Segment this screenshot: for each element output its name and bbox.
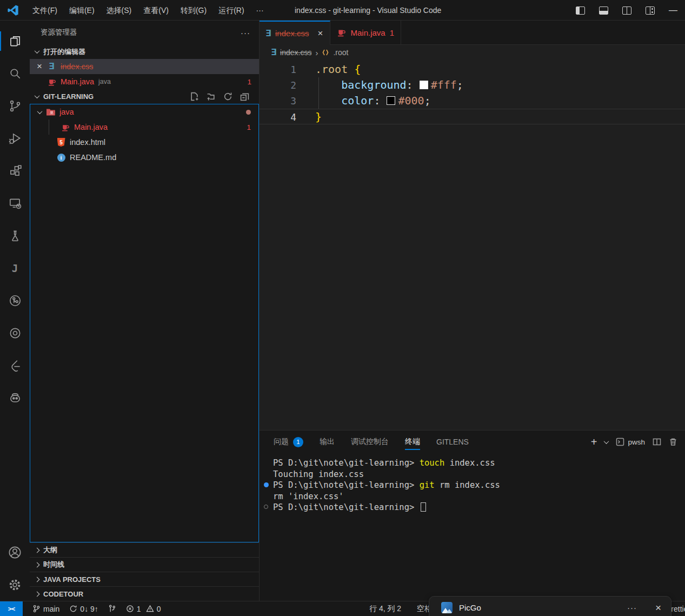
panel-tab-problems[interactable]: 问题 1 xyxy=(274,430,303,453)
toggle-secondary-sidebar-icon[interactable] xyxy=(622,6,631,15)
terminal-instance-pwsh[interactable]: pwsh xyxy=(616,438,645,446)
tab-main-java[interactable]: Main.java 1 xyxy=(330,21,402,44)
refresh-icon[interactable] xyxy=(223,92,232,101)
section-outline[interactable]: 大纲 xyxy=(30,542,259,557)
terminal-line: PS D:\git\note\git-learning> touch index… xyxy=(273,458,685,469)
panel-tab-terminal[interactable]: 终端 xyxy=(405,430,420,453)
tab-index-css[interactable]: Ǝ index.css × xyxy=(260,21,330,45)
breadcrumb-symbol[interactable]: .root xyxy=(333,48,348,57)
panel-tab-debug-console[interactable]: 调试控制台 xyxy=(351,430,389,453)
testing-icon[interactable] xyxy=(0,220,30,252)
title-bar: 文件(F) 编辑(E) 选择(S) 查看(V) 转到(G) 运行(R) ··· … xyxy=(0,0,685,21)
extensions-icon[interactable] xyxy=(0,155,30,187)
close-icon[interactable]: × xyxy=(34,61,45,72)
collapse-all-icon[interactable] xyxy=(240,92,249,101)
run-debug-icon[interactable] xyxy=(0,122,30,155)
toggle-panel-icon[interactable] xyxy=(599,6,608,15)
terminal-prompt-line[interactable]: PS D:\git\note\git-learning> xyxy=(273,502,685,513)
settings-gear-icon[interactable] xyxy=(0,568,30,601)
notification-more-icon[interactable]: ··· xyxy=(627,602,637,613)
css-file-icon: Ǝ xyxy=(265,29,271,38)
workspace-section-header[interactable]: GIT-LEARNING xyxy=(30,89,259,104)
panel-tab-output[interactable]: 输出 xyxy=(320,430,335,453)
minimize-button[interactable]: — xyxy=(669,5,677,15)
chevron-down-icon xyxy=(35,93,40,98)
code-line-4-current: 4 } xyxy=(260,109,685,124)
cursor-position-item[interactable]: 行 4, 列 2 xyxy=(369,601,401,616)
code-line-1: 1 .root { xyxy=(260,62,685,77)
assistant-robot-icon[interactable] xyxy=(0,382,30,414)
terminal-dropdown-icon[interactable] xyxy=(604,439,609,444)
chevron-down-icon xyxy=(37,109,43,114)
menu-run[interactable]: 运行(R) xyxy=(212,0,250,21)
customize-layout-icon[interactable] xyxy=(646,6,655,15)
split-terminal-icon[interactable] xyxy=(653,438,661,446)
java-file-icon xyxy=(47,77,57,87)
command-decoration-icon[interactable] xyxy=(264,482,269,487)
color-swatch-black[interactable] xyxy=(387,96,395,105)
problems-item[interactable]: 1 0 xyxy=(126,605,161,613)
menu-overflow[interactable]: ··· xyxy=(250,0,270,21)
new-folder-icon[interactable] xyxy=(207,92,216,101)
code-line-3: 3 color: #000; xyxy=(260,93,685,109)
java-extension-icon[interactable]: J xyxy=(0,252,30,284)
code-editor[interactable]: 1 .root { 2 background: #fff; 3 color: #… xyxy=(260,60,685,430)
open-editor-main-java[interactable]: Main.java java 1 xyxy=(30,74,259,89)
error-count: 1 xyxy=(137,605,141,613)
panel-tab-gitlens[interactable]: GITLENS xyxy=(436,430,469,453)
info-file-icon: i xyxy=(57,154,65,162)
command-decoration-icon xyxy=(264,505,268,509)
section-java-projects[interactable]: JAVA PROJECTS xyxy=(30,572,259,586)
remote-explorer-icon[interactable] xyxy=(0,187,30,220)
menu-edit[interactable]: 编辑(E) xyxy=(63,0,101,21)
close-icon[interactable]: × xyxy=(318,28,323,39)
open-editors-section[interactable]: 打开的编辑器 xyxy=(30,44,259,59)
explorer-more-actions-icon[interactable]: ··· xyxy=(241,28,250,37)
tree-item-readme-md[interactable]: i README.md xyxy=(30,150,258,165)
leetcode-icon[interactable] xyxy=(0,349,30,382)
menu-goto[interactable]: 转到(G) xyxy=(175,0,212,21)
menu-view[interactable]: 查看(V) xyxy=(137,0,175,21)
tree-item-main-java[interactable]: Main.java 1 xyxy=(30,120,258,135)
explorer-icon[interactable] xyxy=(0,25,30,57)
git-graph-item[interactable] xyxy=(108,605,116,613)
html-file-icon: 5 xyxy=(57,138,65,147)
css-file-icon: Ǝ xyxy=(49,62,55,71)
tree-item-java-folder[interactable]: java xyxy=(30,104,258,120)
menu-file[interactable]: 文件(F) xyxy=(26,0,63,21)
java-file-icon xyxy=(337,28,347,37)
new-terminal-icon[interactable]: + xyxy=(591,436,597,448)
breadcrumb-separator: › xyxy=(315,48,318,57)
window-title: index.css - git-learning - Visual Studio… xyxy=(295,0,441,21)
tree-item-index-html[interactable]: 5 index.html xyxy=(30,135,258,150)
toggle-sidebar-icon[interactable] xyxy=(576,6,585,15)
git-branch-item[interactable]: main xyxy=(32,605,59,613)
error-count-badge: 1 xyxy=(247,78,251,86)
chevron-right-icon xyxy=(35,562,40,567)
warning-count: 0 xyxy=(157,605,161,613)
section-codetour[interactable]: CODETOUR xyxy=(30,586,259,601)
kill-terminal-trash-icon[interactable] xyxy=(669,438,677,446)
remote-indicator[interactable]: >< xyxy=(0,601,23,616)
search-icon[interactable] xyxy=(0,57,30,90)
account-icon[interactable] xyxy=(0,536,30,568)
picgo-app-icon xyxy=(441,602,453,613)
new-file-icon[interactable] xyxy=(190,92,199,101)
sync-changes-item[interactable]: 0↓ 9↑ xyxy=(69,605,98,613)
chevron-right-icon xyxy=(35,591,40,597)
open-editor-index-css[interactable]: × Ǝ index.css xyxy=(30,59,259,74)
breadcrumb-file[interactable]: index.css xyxy=(280,48,311,57)
terminal-output[interactable]: PS D:\git\note\git-learning> touch index… xyxy=(260,453,685,601)
section-timeline[interactable]: 时间线 xyxy=(30,557,259,572)
sidebar-title: 资源管理器 xyxy=(41,28,77,37)
problems-count-badge: 1 xyxy=(293,437,303,447)
terminal-line: Touching index.css xyxy=(273,469,685,480)
picgo-notification-toast[interactable]: PicGo ··· × xyxy=(429,596,671,616)
menu-selection[interactable]: 选择(S) xyxy=(101,0,138,21)
color-swatch-white[interactable] xyxy=(420,81,428,89)
indent-guide xyxy=(49,120,49,135)
codetour-record-icon[interactable] xyxy=(0,317,30,349)
notification-close-icon[interactable]: × xyxy=(655,602,661,613)
source-control-icon[interactable] xyxy=(0,90,30,122)
gitlens-icon[interactable] xyxy=(0,284,30,317)
